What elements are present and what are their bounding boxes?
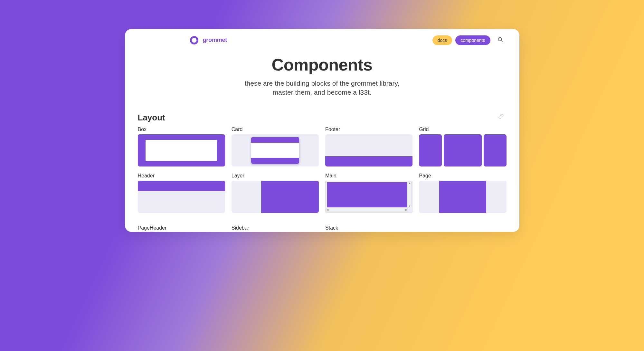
section-title: Layout — [138, 113, 507, 123]
component-label-main: Main — [325, 173, 412, 179]
grommet-logo-icon — [189, 35, 199, 45]
component-grid-row1: Box Card Footer Grid — [138, 127, 507, 166]
component-label-stack: Stack — [325, 225, 412, 231]
component-grid-row2: Header Layer Main ▲▼ ◀▶ — [138, 173, 507, 213]
grid-cell: Main ▲▼ ◀▶ — [325, 173, 412, 213]
component-label-grid: Grid — [419, 127, 506, 132]
scrollbar-vertical: ▲▼ — [408, 182, 412, 208]
grid-cell: Card — [232, 127, 319, 166]
component-label-box: Box — [138, 127, 225, 132]
svg-line-2 — [501, 40, 503, 42]
section-layout: Layout Box Card Footer Grid — [125, 100, 519, 232]
component-tile-card[interactable] — [232, 134, 319, 166]
nav-docs-button[interactable]: docs — [432, 35, 452, 45]
component-label-sidebar: Sidebar — [232, 225, 319, 231]
component-label-page: Page — [419, 173, 506, 179]
site-header: grommet docs components — [125, 29, 519, 49]
grid-cell: Layer — [232, 173, 319, 213]
component-tile-footer[interactable] — [325, 134, 412, 166]
component-tile-header[interactable] — [138, 181, 225, 213]
component-grid-row3: PageHeader Sidebar Stack — [138, 219, 507, 232]
nav-components-button[interactable]: components — [455, 35, 490, 45]
page-subtitle: these are the building blocks of the gro… — [138, 79, 507, 97]
svg-point-0 — [191, 37, 197, 43]
brand-name: grommet — [203, 37, 227, 43]
component-tile-grid[interactable] — [419, 134, 506, 166]
search-icon — [497, 37, 503, 43]
component-label-header: Header — [138, 173, 225, 179]
link-icon — [498, 113, 504, 119]
component-tile-page[interactable] — [419, 181, 506, 213]
nav: docs components — [432, 35, 505, 45]
component-tile-box[interactable] — [138, 134, 225, 166]
brand-link[interactable]: grommet — [189, 35, 227, 45]
component-label-footer: Footer — [325, 127, 412, 132]
component-tile-main[interactable]: ▲▼ ◀▶ — [325, 181, 412, 213]
component-label-pageheader: PageHeader — [138, 225, 225, 231]
scrollbar-horizontal: ◀▶ — [326, 208, 408, 212]
grid-cell: Page — [419, 173, 506, 213]
section-link-button[interactable] — [498, 113, 504, 120]
grid-cell: Header — [138, 173, 225, 213]
svg-point-1 — [498, 37, 502, 41]
page-title: Components — [138, 55, 507, 74]
component-label-card: Card — [232, 127, 319, 132]
grid-cell: Box — [138, 127, 225, 166]
component-tile-layer[interactable] — [232, 181, 319, 213]
grid-cell: Grid — [419, 127, 506, 166]
page-card: grommet docs components Components these… — [125, 29, 519, 232]
search-button[interactable] — [496, 35, 505, 45]
grid-cell: Footer — [325, 127, 412, 166]
component-label-layer: Layer — [232, 173, 319, 179]
hero: Components these are the building blocks… — [125, 49, 519, 100]
